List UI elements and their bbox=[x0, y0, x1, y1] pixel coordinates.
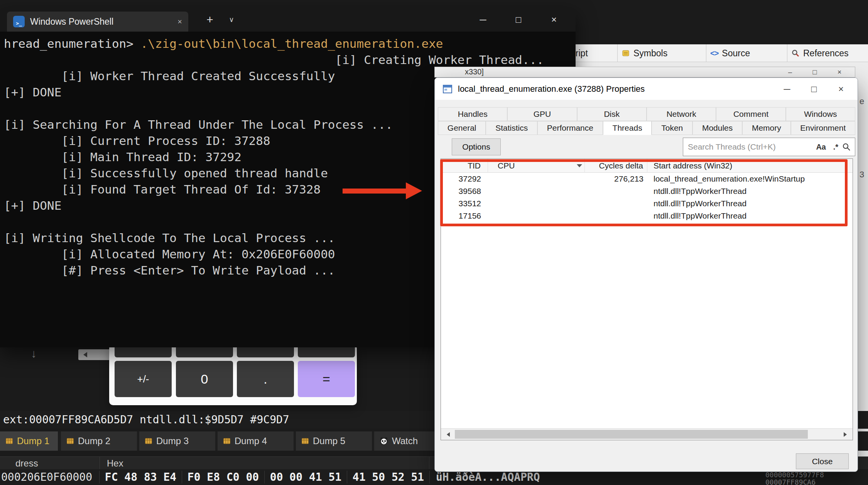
debugger-tab-script[interactable]: Script bbox=[576, 44, 613, 62]
application-icon bbox=[442, 84, 453, 94]
red-highlight-rectangle bbox=[440, 159, 848, 226]
calc-button-plus-minus[interactable]: +/- bbox=[115, 361, 172, 397]
debugger-tab-symbols[interactable]: Symbols bbox=[617, 44, 703, 62]
scroll-right-button[interactable] bbox=[840, 429, 853, 440]
column-separator bbox=[429, 457, 429, 470]
terminal-tab[interactable]: >_ Windows PowerShell × bbox=[7, 12, 188, 32]
tab-memory[interactable]: Memory bbox=[742, 121, 790, 135]
tab-dump-4[interactable]: Dump 4 bbox=[218, 431, 294, 451]
calc-button-partial[interactable] bbox=[176, 347, 233, 357]
tab-windows[interactable]: Windows bbox=[786, 107, 855, 121]
debugger-tab-references[interactable]: References bbox=[787, 44, 868, 62]
hex-column-header[interactable]: Hex bbox=[107, 457, 123, 470]
tab-dump-3[interactable]: Dump 3 bbox=[139, 431, 215, 451]
calc-button-equals[interactable]: = bbox=[298, 361, 355, 397]
hex-byte-group: 41 50 52 51 bbox=[347, 471, 430, 483]
regex-icon[interactable]: .* bbox=[833, 138, 838, 156]
powershell-icon: >_ bbox=[13, 16, 25, 27]
tab-dump-1[interactable]: Dump 1 bbox=[0, 431, 58, 451]
dump-tab-label: Dump 2 bbox=[78, 436, 110, 446]
tab-token[interactable]: Token bbox=[652, 121, 692, 135]
references-icon bbox=[791, 49, 800, 57]
calculator-window: +/-0.= bbox=[109, 344, 357, 405]
tab-comment[interactable]: Comment bbox=[716, 107, 785, 121]
close-button[interactable]: × bbox=[536, 14, 572, 25]
dump-icon bbox=[301, 437, 309, 445]
properties-tab-row-2: GeneralStatisticsPerformanceThreadsToken… bbox=[438, 121, 855, 135]
properties-window-title: local_thread_enumeration.exe (37288) Pro… bbox=[458, 84, 645, 94]
tab-network[interactable]: Network bbox=[647, 107, 716, 121]
debugger-tab-label: Source bbox=[722, 48, 750, 59]
close-button[interactable]: × bbox=[827, 84, 854, 94]
calc-button-zero[interactable]: 0 bbox=[176, 361, 233, 397]
tab-dump-5[interactable]: Dump 5 bbox=[296, 431, 372, 451]
terminal-line: hread_enumeration> .\zig-out\bin\local_t… bbox=[4, 35, 576, 52]
source-icon: <> bbox=[710, 49, 718, 58]
scroll-left-icon bbox=[444, 432, 450, 437]
horizontal-scrollbar[interactable] bbox=[441, 428, 853, 440]
maximize-button[interactable]: □ bbox=[802, 68, 827, 76]
calc-button-partial[interactable] bbox=[115, 347, 172, 357]
column-separator bbox=[100, 457, 100, 470]
minimize-button[interactable]: ─ bbox=[773, 84, 800, 94]
scrollbar-thumb[interactable] bbox=[455, 430, 808, 439]
dump-tab-label: Dump 4 bbox=[235, 436, 267, 446]
hex-fragment: 000000575977F8 bbox=[765, 471, 824, 479]
debugger-tab-label: Script bbox=[576, 48, 588, 59]
scroll-down-icon[interactable]: ↓ bbox=[31, 347, 37, 360]
tab-dropdown-icon[interactable]: ∨ bbox=[224, 15, 239, 24]
tab-close-icon[interactable]: × bbox=[177, 17, 182, 26]
edge-text-fragment: 3 bbox=[860, 170, 864, 180]
hex-ascii: üH.äðèÀ...AQAPRQ bbox=[430, 471, 540, 483]
terminal-line: [i] Creating Worker Thread... bbox=[4, 52, 576, 68]
address-column-header[interactable]: dress bbox=[15, 457, 38, 470]
tab-general[interactable]: General bbox=[438, 121, 486, 135]
tab-statistics[interactable]: Statistics bbox=[486, 121, 537, 135]
search-icon[interactable] bbox=[842, 138, 851, 156]
options-button[interactable]: Options bbox=[452, 138, 501, 155]
minimize-button[interactable]: – bbox=[778, 68, 802, 76]
horizontal-scrollbar-fragment[interactable] bbox=[78, 349, 111, 360]
dump-tab-label: Dump 3 bbox=[156, 436, 189, 446]
tab-environment[interactable]: Environment bbox=[791, 121, 856, 135]
tab-threads[interactable]: Threads bbox=[603, 121, 652, 135]
threads-search: Aa .* bbox=[683, 138, 855, 156]
minimize-button[interactable]: ─ bbox=[465, 14, 501, 25]
maximize-button[interactable]: □ bbox=[800, 84, 827, 94]
debugger-tab-label: References bbox=[803, 48, 849, 59]
tab-gpu[interactable]: GPU bbox=[507, 107, 577, 121]
tab-dump-2[interactable]: Dump 2 bbox=[61, 431, 137, 451]
hex-byte-group: 00 00 41 51 bbox=[265, 471, 347, 483]
background-window-title: x330] bbox=[465, 67, 484, 76]
search-input[interactable] bbox=[683, 138, 855, 156]
tab-performance[interactable]: Performance bbox=[537, 121, 603, 135]
hex-byte-group: FC 48 83 E4 bbox=[100, 471, 182, 483]
properties-caption-buttons: ─ □ × bbox=[773, 78, 854, 100]
properties-titlebar: local_thread_enumeration.exe (37288) Pro… bbox=[435, 78, 858, 100]
debugger-tab-strip: ScriptSymbols<>SourceReferences bbox=[576, 44, 868, 62]
tab-disk[interactable]: Disk bbox=[577, 107, 647, 121]
red-arrow bbox=[343, 189, 408, 194]
tab-modules[interactable]: Modules bbox=[692, 121, 742, 135]
close-dialog-button[interactable]: Close bbox=[796, 453, 849, 469]
match-case-icon[interactable]: Aa bbox=[816, 138, 826, 156]
background-window-caption-buttons: – □ × bbox=[778, 67, 852, 77]
calculator-button-row: +/-0.= bbox=[109, 361, 357, 397]
close-button[interactable]: × bbox=[827, 68, 852, 76]
hex-address: 000206E0F60000 bbox=[0, 471, 100, 483]
properties-tab-row-1: HandlesGPUDiskNetworkCommentWindows bbox=[438, 107, 855, 121]
calc-button-partial[interactable] bbox=[237, 347, 294, 357]
tab-handles[interactable]: Handles bbox=[438, 107, 507, 121]
dump-tab-label: Watch bbox=[392, 436, 418, 446]
scroll-left-button[interactable] bbox=[441, 429, 453, 440]
edge-text-fragment: e bbox=[860, 96, 864, 106]
calc-button-decimal[interactable]: . bbox=[237, 361, 294, 397]
new-tab-button[interactable]: + bbox=[201, 13, 218, 26]
debugger-tab-source[interactable]: <>Source bbox=[706, 44, 785, 62]
hex-fragment: 00007FF89CA6 bbox=[765, 478, 816, 485]
calc-button-partial[interactable] bbox=[298, 347, 355, 357]
properties-window: local_thread_enumeration.exe (37288) Pro… bbox=[434, 77, 858, 472]
symbols-icon bbox=[621, 49, 630, 57]
debugger-tab-label: Symbols bbox=[633, 48, 667, 59]
maximize-button[interactable]: □ bbox=[501, 14, 536, 25]
